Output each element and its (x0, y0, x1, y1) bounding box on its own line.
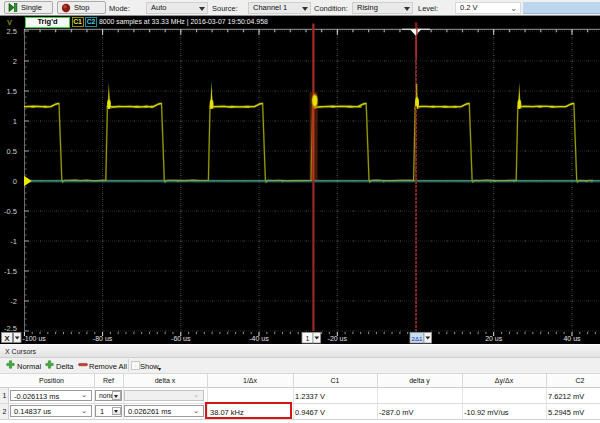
svg-text:-2: -2 (10, 297, 17, 306)
svg-text:-80 us: -80 us (93, 335, 113, 342)
svg-text:1: 1 (13, 117, 17, 126)
svg-text:X: X (4, 334, 9, 343)
svg-text:-0.5: -0.5 (4, 207, 17, 216)
svg-text:-60 us: -60 us (171, 335, 191, 342)
svg-text:2: 2 (13, 57, 17, 66)
svg-text:2Δ1: 2Δ1 (411, 335, 423, 342)
svg-text:-1.5: -1.5 (4, 267, 17, 276)
svg-text:1: 1 (306, 335, 310, 342)
svg-text:-2.5: -2.5 (4, 324, 17, 333)
svg-text:1.5: 1.5 (7, 87, 17, 96)
svg-text:2.5: 2.5 (7, 27, 17, 36)
svg-text:-1: -1 (10, 237, 17, 246)
svg-text:-100 us: -100 us (23, 335, 47, 342)
svg-text:-20 us: -20 us (328, 335, 348, 342)
svg-text:40 us: 40 us (563, 335, 581, 342)
svg-text:0: 0 (13, 177, 17, 186)
svg-text:20 us: 20 us (485, 335, 503, 342)
svg-text:0.5: 0.5 (7, 147, 17, 156)
svg-text:-40 us: -40 us (249, 335, 269, 342)
